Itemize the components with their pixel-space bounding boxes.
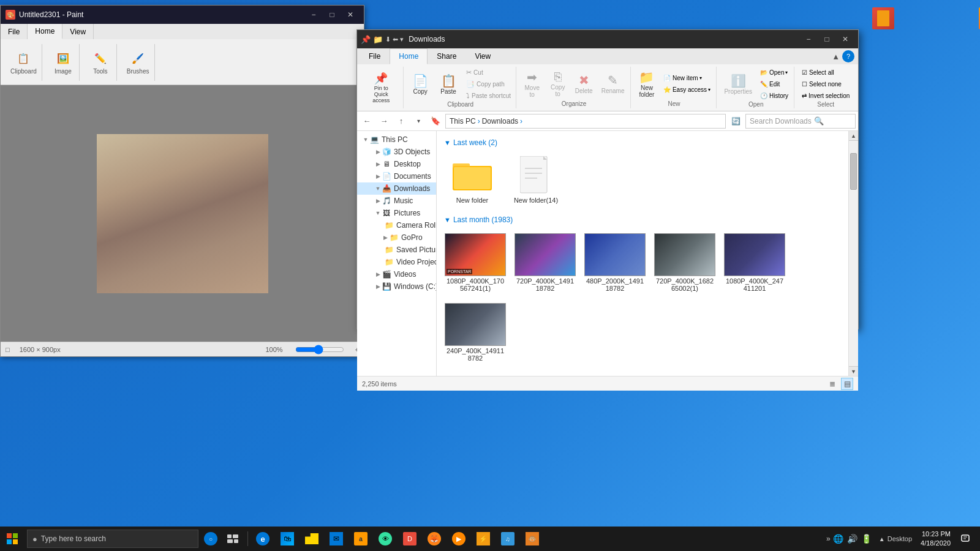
sidebar-item-music[interactable]: ▶ 🎵 Music: [357, 195, 436, 207]
refresh-button[interactable]: 🔄: [728, 114, 743, 129]
tools-btn[interactable]: ✏️: [89, 50, 111, 67]
explorer-close-button[interactable]: ✕: [836, 31, 854, 48]
file-item-video4[interactable]: 720P_4000K_168265002(1): [651, 229, 718, 296]
music-expand-icon[interactable]: ▶: [374, 197, 382, 204]
documents-expand-icon[interactable]: ▶: [374, 173, 382, 180]
nav-back-button[interactable]: ←: [360, 114, 374, 129]
select-none-button[interactable]: ☐ Select none: [799, 78, 853, 89]
rename-button[interactable]: ✎ Rename: [598, 68, 628, 100]
brushes-btn[interactable]: 🖌️: [127, 50, 149, 67]
history-button[interactable]: 🕐 History: [757, 90, 791, 101]
taskbar-edge-button[interactable]: e: [251, 527, 275, 551]
list-view-button[interactable]: ≣: [826, 378, 839, 390]
taskbar-aimp-button[interactable]: ♫: [496, 527, 520, 551]
taskbar-search-box[interactable]: ● Type here to search: [27, 530, 198, 548]
ribbon-tab-file[interactable]: File: [360, 48, 390, 64]
desktop-expand-icon[interactable]: ▶: [374, 160, 382, 168]
section-last-week[interactable]: ▼ Last week (2): [442, 136, 843, 149]
desktop-icon-1[interactable]: [870, 5, 897, 32]
downloads-expand-icon[interactable]: ▼: [374, 185, 382, 192]
taskbar-daemon-button[interactable]: D: [398, 527, 422, 551]
pictures-expand-icon[interactable]: ▼: [374, 209, 382, 217]
cut-button[interactable]: ✂ Cut: [463, 67, 514, 78]
ribbon-tab-share[interactable]: Share: [428, 48, 466, 64]
edit-button[interactable]: ✏️ Edit: [757, 78, 791, 89]
taskbar-mail-button[interactable]: ✉: [324, 527, 349, 551]
file-item-video5[interactable]: 1080P_4000K_247411201: [721, 229, 788, 296]
sidebar-item-downloads[interactable]: ▼ 📥 Downloads: [357, 182, 436, 195]
sidebar-item-saved-pictures[interactable]: 📁 Saved Pictures: [357, 244, 436, 256]
ribbon-tab-view[interactable]: View: [466, 48, 500, 64]
section-last-month[interactable]: ▼ Last month (1983): [442, 213, 843, 227]
scrollbar-thumb[interactable]: [850, 153, 857, 190]
sidebar-item-this-pc[interactable]: ▼ 💻 This PC: [357, 133, 436, 146]
taskbar-tripadvisor-button[interactable]: 👁: [373, 527, 398, 551]
tray-show-hidden-button[interactable]: ▲: [879, 536, 885, 542]
taskbar-mediamonkey-button[interactable]: 🐵: [520, 527, 545, 551]
nav-recent-button[interactable]: ▾: [411, 114, 426, 129]
file-item-new-folder[interactable]: New folder: [442, 152, 503, 208]
taskbar-amazon-button[interactable]: a: [349, 527, 373, 551]
sidebar-item-desktop[interactable]: ▶ 🖥 Desktop: [357, 158, 436, 170]
file-item-video1[interactable]: PORNSTAR 1080P_4000K_170567241(1): [442, 229, 509, 296]
3d-expand-icon[interactable]: ▶: [374, 148, 382, 156]
taskbar-golden-button[interactable]: ⚡: [471, 527, 496, 551]
file-item-new-folder-14[interactable]: New folder(14): [505, 152, 567, 208]
taskbar-store-button[interactable]: 🛍: [275, 527, 300, 551]
paint-tab-view[interactable]: View: [62, 24, 94, 39]
properties-button[interactable]: ℹ️ Properties: [720, 68, 756, 100]
copy-button[interactable]: 📄 Copy: [407, 68, 434, 100]
taskview-button[interactable]: [221, 527, 245, 551]
select-all-button[interactable]: ☑ Select all: [799, 67, 853, 78]
videos-expand-icon[interactable]: ▶: [374, 271, 382, 278]
image-btn[interactable]: 🖼️: [52, 50, 74, 67]
paint-close-button[interactable]: ✕: [342, 6, 359, 23]
notification-center-button[interactable]: [956, 527, 975, 551]
scrollbar-up-arrow[interactable]: ▲: [849, 131, 858, 141]
paint-zoom-slider[interactable]: [295, 345, 344, 354]
grid-view-button[interactable]: ▤: [841, 378, 853, 390]
sidebar-item-gopro[interactable]: ▶ 📁 GoPro: [357, 231, 436, 244]
sidebar-item-videos[interactable]: ▶ 🎬 Videos: [357, 268, 436, 280]
easy-access-button[interactable]: ⭐ Easy access ▾: [660, 84, 714, 95]
taskbar-clock[interactable]: 10:23 PM 4/18/2020: [916, 530, 956, 549]
ribbon-chevron-up[interactable]: ▲: [832, 52, 840, 61]
tray-network-icon[interactable]: 🌐: [833, 534, 843, 544]
clipboard-btn[interactable]: 📋: [12, 50, 34, 67]
paint-minimize-button[interactable]: −: [305, 6, 322, 23]
desktop-icon-2[interactable]: [976, 5, 980, 32]
taskbar-file-explorer-button[interactable]: [300, 527, 324, 551]
new-item-button[interactable]: 📄 New item ▾: [660, 72, 714, 83]
copy-path-button[interactable]: 📑 Copy path: [463, 78, 514, 89]
ribbon-tab-home[interactable]: Home: [390, 48, 428, 64]
sidebar-item-3d-objects[interactable]: ▶ 🧊 3D Objects: [357, 146, 436, 158]
cortana-button[interactable]: ○: [201, 529, 221, 549]
tray-overflow-button[interactable]: »: [826, 534, 831, 543]
address-path[interactable]: This PC › Downloads ›: [445, 114, 726, 129]
sidebar-item-documents[interactable]: ▶ 📄 Documents: [357, 170, 436, 182]
sidebar-item-pictures[interactable]: ▼ 🖼 Pictures: [357, 207, 436, 219]
gopro-expand-icon[interactable]: ▶: [382, 234, 389, 241]
paint-tab-home[interactable]: Home: [28, 24, 62, 39]
open-button[interactable]: 📂 Open ▾: [757, 67, 791, 78]
nav-forward-button[interactable]: →: [377, 114, 391, 129]
paint-tab-file[interactable]: File: [1, 24, 28, 39]
windows-c-expand-icon[interactable]: ▶: [374, 283, 382, 290]
start-button[interactable]: [0, 527, 24, 551]
file-item-video6[interactable]: 240P_400K_149118782: [442, 299, 509, 366]
paint-maximize-button[interactable]: □: [323, 6, 341, 23]
pin-to-quick-access-button[interactable]: 📌 Pin to Quickaccess: [363, 72, 399, 103]
ribbon-help-button[interactable]: ?: [842, 50, 854, 62]
invert-selection-button[interactable]: ⇄ Invert selection: [799, 90, 853, 101]
explorer-maximize-button[interactable]: □: [818, 31, 836, 48]
taskbar-vlc-button[interactable]: ▶: [447, 527, 471, 551]
sidebar-item-camera-roll[interactable]: 📁 Camera Roll: [357, 219, 436, 231]
sidebar-item-windows-c[interactable]: ▶ 💾 Windows (C:): [357, 280, 436, 293]
nav-up-button[interactable]: ↑: [394, 114, 409, 129]
delete-button[interactable]: ✖ Delete: [571, 68, 597, 100]
move-to-button[interactable]: ➡ Moveto: [520, 68, 545, 100]
taskbar-firefox-button[interactable]: 🦊: [422, 527, 447, 551]
paste-shortcut-button[interactable]: ⤵ Paste shortcut: [463, 90, 514, 101]
tray-sound-icon[interactable]: 🔊: [847, 534, 858, 544]
paste-button[interactable]: 📋 Paste: [435, 68, 462, 100]
